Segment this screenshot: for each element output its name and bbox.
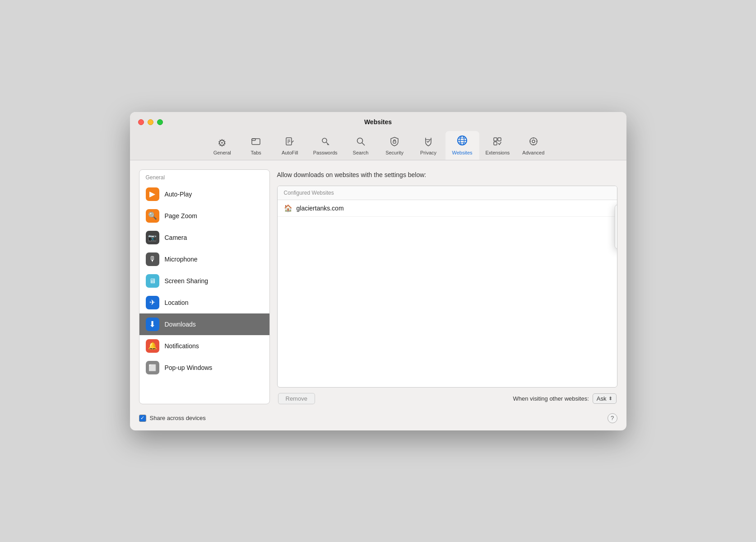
- other-websites-label: When visiting other websites:: [513, 395, 589, 402]
- tab-general-label: General: [213, 150, 231, 155]
- dropdown-menu: Ask Deny ✓ Allow: [615, 205, 617, 249]
- configured-header: Configured Websites: [278, 186, 617, 200]
- website-favicon: 🏠: [284, 204, 292, 212]
- microphone-icon: 🎙: [146, 252, 159, 266]
- sidebar-item-location-label: Location: [165, 299, 189, 306]
- sidebar-item-microphone[interactable]: 🎙 Microphone: [139, 248, 269, 270]
- notifications-icon: 🔔: [146, 339, 159, 353]
- tab-search[interactable]: Search: [344, 133, 378, 160]
- sidebar-item-autoplay-label: Auto-Play: [165, 191, 192, 198]
- sidebar-item-location[interactable]: ✈ Location: [139, 292, 269, 313]
- extensions-icon: [492, 136, 502, 148]
- tab-autofill[interactable]: AutoFill: [273, 133, 307, 160]
- tab-general[interactable]: ⚙ General: [205, 135, 239, 160]
- help-button[interactable]: ?: [608, 413, 617, 423]
- remove-button[interactable]: Remove: [278, 393, 315, 404]
- select-chevron-icon: ⬍: [608, 396, 612, 402]
- passwords-icon: [320, 136, 330, 148]
- sidebar-item-popupwindows[interactable]: ⬜ Pop-up Windows: [139, 357, 269, 378]
- camera-icon: 📷: [146, 231, 159, 244]
- dropdown-item-ask[interactable]: Ask: [615, 205, 617, 220]
- dropdown-item-allow[interactable]: ✓ Allow: [615, 234, 617, 248]
- minimize-button[interactable]: [148, 119, 153, 125]
- sidebar-item-pagezoom[interactable]: 🔍 Page Zoom: [139, 205, 269, 227]
- tab-autofill-label: AutoFill: [282, 150, 298, 155]
- sidebar-section-label: General: [139, 170, 269, 183]
- safari-preferences-window: Websites ⚙ General Tabs: [130, 112, 626, 430]
- tab-extensions-label: Extensions: [486, 150, 510, 155]
- share-checkbox-row: ✓ Share across devices: [139, 415, 206, 422]
- location-icon: ✈: [146, 296, 159, 309]
- pagezoom-icon: 🔍: [146, 209, 159, 223]
- tabs-icon: [251, 136, 261, 148]
- close-button[interactable]: [138, 119, 144, 125]
- tab-search-label: Search: [353, 150, 369, 155]
- sidebar-item-downloads-label: Downloads: [165, 321, 196, 328]
- screensharing-icon: 🖥: [146, 274, 159, 288]
- svg-rect-19: [498, 138, 501, 141]
- tab-tabs[interactable]: Tabs: [239, 133, 273, 160]
- panel-description: Allow downloads on websites with the set…: [277, 169, 617, 180]
- maximize-button[interactable]: [157, 119, 163, 125]
- sidebar-item-popupwindows-label: Pop-up Windows: [165, 364, 213, 371]
- dropdown-item-deny[interactable]: Deny: [615, 220, 617, 234]
- tab-security[interactable]: Security: [378, 133, 412, 160]
- sidebar-item-notifications[interactable]: 🔔 Notifications: [139, 335, 269, 357]
- sidebar-item-autoplay[interactable]: ▶ Auto-Play: [139, 183, 269, 205]
- sidebar-item-camera[interactable]: 📷 Camera: [139, 227, 269, 248]
- tab-extensions[interactable]: Extensions: [479, 133, 516, 160]
- general-icon: ⚙: [218, 138, 227, 148]
- titlebar: Websites ⚙ General Tabs: [130, 112, 626, 160]
- other-websites-value: Ask: [597, 395, 607, 402]
- sidebar-item-downloads[interactable]: ⬇ Downloads: [139, 313, 269, 335]
- sidebar-item-screensharing-label: Screen Sharing: [165, 277, 209, 285]
- tab-passwords[interactable]: Passwords: [307, 133, 344, 160]
- window-title: Websites: [364, 118, 392, 126]
- footer-bar: ✓ Share across devices ?: [130, 413, 626, 430]
- sidebar-item-pagezoom-label: Page Zoom: [165, 212, 197, 220]
- security-icon: [390, 136, 399, 148]
- share-checkbox[interactable]: ✓: [139, 415, 146, 422]
- main-panel: Allow downloads on websites with the set…: [277, 169, 617, 404]
- toolbar: ⚙ General Tabs: [137, 131, 619, 160]
- svg-point-21: [530, 138, 537, 145]
- traffic-lights: [138, 119, 163, 125]
- content-area: General ▶ Auto-Play 🔍 Page Zoom 📷 Camera…: [130, 160, 626, 413]
- website-row[interactable]: 🏠 glaciertanks.com Ask Deny ✓: [278, 200, 617, 217]
- website-url: glaciertanks.com: [297, 205, 344, 212]
- tab-privacy[interactable]: Privacy: [412, 133, 445, 160]
- websites-icon: [456, 135, 468, 148]
- bottom-bar: Remove When visiting other websites: Ask…: [277, 393, 617, 404]
- svg-point-6: [322, 138, 327, 143]
- other-websites-row: When visiting other websites: Ask ⬍: [513, 393, 616, 404]
- search-icon: [356, 136, 366, 148]
- popupwindows-icon: ⬜: [146, 361, 159, 374]
- sidebar: General ▶ Auto-Play 🔍 Page Zoom 📷 Camera…: [139, 169, 270, 404]
- svg-rect-20: [494, 142, 497, 145]
- autofill-icon: [285, 136, 295, 148]
- tab-advanced[interactable]: Advanced: [516, 133, 551, 160]
- svg-rect-1: [252, 139, 255, 140]
- tab-advanced-label: Advanced: [522, 150, 544, 155]
- autoplay-icon: ▶: [146, 187, 159, 201]
- privacy-icon: [423, 136, 433, 148]
- downloads-icon: ⬇: [146, 318, 159, 331]
- svg-rect-18: [494, 138, 497, 141]
- other-websites-select[interactable]: Ask ⬍: [593, 393, 617, 404]
- sidebar-item-camera-label: Camera: [165, 234, 187, 241]
- svg-point-22: [532, 140, 535, 143]
- sidebar-item-microphone-label: Microphone: [165, 256, 198, 263]
- tab-security-label: Security: [385, 150, 404, 155]
- svg-point-9: [357, 138, 363, 143]
- svg-rect-0: [252, 139, 260, 145]
- share-label: Share across devices: [150, 415, 206, 421]
- tab-websites-label: Websites: [452, 150, 472, 155]
- sidebar-item-screensharing[interactable]: 🖥 Screen Sharing: [139, 270, 269, 292]
- svg-line-10: [362, 143, 365, 145]
- svg-rect-11: [393, 141, 396, 143]
- sidebar-item-notifications-label: Notifications: [165, 342, 199, 350]
- tab-tabs-label: Tabs: [251, 150, 261, 155]
- tab-websites[interactable]: Websites: [445, 131, 479, 160]
- advanced-icon: [529, 136, 538, 148]
- tab-privacy-label: Privacy: [420, 150, 436, 155]
